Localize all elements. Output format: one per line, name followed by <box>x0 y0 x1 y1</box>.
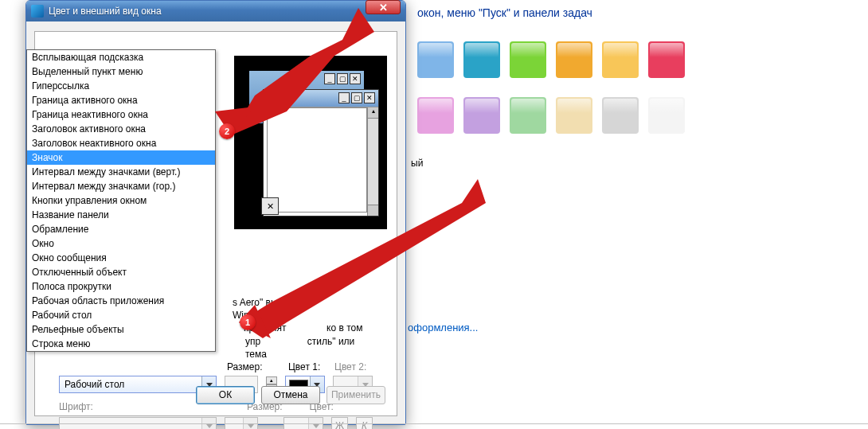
color-swatch[interactable] <box>556 41 592 78</box>
color-swatch[interactable] <box>648 97 685 134</box>
color-swatch[interactable] <box>463 97 500 134</box>
preview-active-titlebar: ная _ ▢ ✕ <box>264 90 378 107</box>
dropdown-option[interactable]: Обрамление <box>27 222 215 236</box>
preview-active-window: ная _ ▢ ✕ ▴ <box>263 89 379 216</box>
mini-max-icon: ▢ <box>351 92 362 103</box>
mini-max-icon: ▢ <box>337 73 348 84</box>
bg-divider <box>0 423 868 424</box>
color-swatch-row-2 <box>417 97 685 134</box>
mini-min-icon: _ <box>324 73 335 84</box>
preview-active-title-text: ная <box>264 91 283 100</box>
dropdown-option[interactable]: Граница неактивного окна <box>27 107 215 122</box>
preview-scrollbar: ▴ <box>367 107 378 216</box>
mini-close-icon: ✕ <box>364 92 375 103</box>
dropdown-option[interactable]: Название панели <box>27 208 215 222</box>
close-icon: ✕ <box>379 2 388 14</box>
labels-row-1: Размер: Цвет 1: Цвет 2: <box>59 361 373 372</box>
dropdown-option[interactable]: Интервал между значками (гор.) <box>27 179 215 193</box>
preview-thumbnail: _ ▢ ✕ ная _ ▢ ✕ <box>234 56 387 229</box>
dropdown-option[interactable]: Отключенный объект <box>27 265 215 279</box>
cancel-button[interactable]: Отмена <box>261 386 320 404</box>
color2-label: Цвет 2: <box>334 361 373 372</box>
color-swatch[interactable] <box>648 41 685 78</box>
dropdown-option[interactable]: Рабочая область приложения <box>27 294 215 308</box>
dropdown-option[interactable]: Заголовок неактивного окна <box>27 136 215 150</box>
color-swatch[interactable] <box>602 41 639 78</box>
dropdown-option[interactable]: Гиперссылка <box>27 79 215 93</box>
dropdown-option[interactable]: Рельефные объекты <box>27 322 215 337</box>
window-title: Цвет и внешний вид окна <box>49 6 401 17</box>
apply-button: Применить <box>326 386 385 404</box>
size-label: Размер: <box>227 361 263 372</box>
ok-button[interactable]: ОК <box>196 386 255 404</box>
bg-header-text: окон, меню "Пуск" и панели задач <box>417 6 592 19</box>
dropdown-option[interactable]: Строка меню <box>27 337 215 351</box>
color-swatch[interactable] <box>417 97 454 134</box>
color-swatch[interactable] <box>556 97 592 134</box>
annotation-badge-1: 1 <box>240 314 256 330</box>
color-swatch-row-1 <box>417 41 685 78</box>
color-swatch[interactable] <box>417 41 454 78</box>
bg-themes-link[interactable]: оформления... <box>408 322 478 333</box>
dropdown-option[interactable]: Всплывающая подсказка <box>27 50 215 64</box>
color-swatch[interactable] <box>463 41 500 78</box>
dropdown-option[interactable]: Интервал между значками (верт.) <box>27 165 215 179</box>
element-dropdown-list[interactable]: Всплывающая подсказкаВыделенный пункт ме… <box>26 49 216 352</box>
dropdown-option[interactable]: Граница активного окна <box>27 93 215 107</box>
dropdown-option[interactable]: Выделенный пункт меню <box>27 64 215 79</box>
color1-label: Цвет 1: <box>288 361 326 372</box>
color-swatch[interactable] <box>602 97 639 134</box>
bg-fragment-text: ый <box>411 158 423 169</box>
dropdown-option[interactable]: Окно <box>27 236 215 251</box>
element-dropdown-value: Рабочий стол <box>65 379 124 390</box>
close-button[interactable]: ✕ <box>366 0 401 14</box>
annotation-badge-2: 2 <box>219 123 235 139</box>
element-dropdown[interactable]: Рабочий стол <box>59 376 217 393</box>
dropdown-option[interactable]: Окно сообщения <box>27 251 215 265</box>
dropdown-option[interactable]: Рабочий стол <box>27 308 215 322</box>
mini-close-icon: ✕ <box>350 73 361 84</box>
preview-msgbox-close-icon: ✕ <box>261 197 279 215</box>
spin-up-icon[interactable]: ▴ <box>266 376 277 384</box>
titlebar[interactable]: Цвет и внешний вид окна ✕ <box>26 1 405 21</box>
dropdown-option[interactable]: Кнопки управления окном <box>27 193 215 208</box>
color-swatch[interactable] <box>510 97 546 134</box>
dropdown-option[interactable]: Полоса прокрутки <box>27 279 215 294</box>
mini-min-icon: _ <box>338 92 350 103</box>
color-swatch[interactable] <box>510 41 546 78</box>
window-icon <box>31 5 44 18</box>
dropdown-option[interactable]: Значок <box>27 150 215 165</box>
dialog-buttons: ОК Отмена Применить <box>196 386 385 404</box>
dropdown-option[interactable]: Заголовок активного окна <box>27 122 215 136</box>
